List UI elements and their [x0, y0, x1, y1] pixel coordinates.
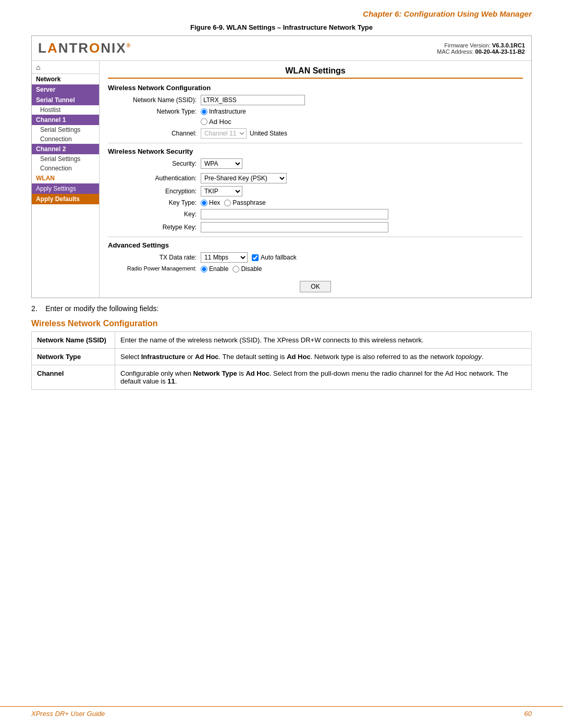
- ui-header: LANTRONIX® Firmware Version: V6.3.0.1RC1…: [32, 36, 531, 61]
- footer-right: 60: [524, 710, 532, 718]
- radio-infrastructure-input[interactable]: [201, 108, 207, 115]
- retype-key-input[interactable]: [201, 222, 388, 232]
- sidebar-item-network[interactable]: Network: [32, 74, 99, 84]
- radiopwr-row: Radio Power Management: Enable Disable: [108, 265, 523, 273]
- sidebar-item-channel2[interactable]: Channel 2: [32, 144, 99, 154]
- auth-label: Authentication:: [108, 175, 197, 182]
- firmware-version-label: Firmware Version:: [444, 42, 491, 48]
- mac-address-value: 00-20-4A-23-11-B2: [475, 48, 525, 55]
- desc-network-type: Select Infrastructure or Ad Hoc. The def…: [115, 349, 532, 365]
- network-type-label: Network Type:: [108, 108, 197, 115]
- key-label: Key:: [108, 211, 197, 218]
- home-icon[interactable]: ⌂: [32, 61, 99, 74]
- footer-left: XPress DR+ User Guide: [31, 710, 105, 718]
- auth-row: Authentication: Pre-Shared Key (PSK): [108, 173, 523, 183]
- security-label: Security:: [108, 160, 197, 167]
- radio-infrastructure-label: Infrastructure: [209, 108, 246, 115]
- chapter-title: Chapter 6: Configuration Using Web Manag…: [0, 0, 563, 23]
- radio-enable-input[interactable]: [201, 266, 207, 273]
- security-row: Security: WPA: [108, 158, 523, 169]
- txdata-row: TX Data rate: 11 Mbps Auto fallback: [108, 252, 523, 263]
- sidebar-item-channel1[interactable]: Channel 1: [32, 115, 99, 125]
- enc-row: Encryption: TKIP: [108, 186, 523, 196]
- desc-ssid: Enter the name of the wireless network (…: [115, 332, 532, 349]
- page-title: WLAN Settings: [108, 66, 523, 79]
- table-row: Network Name (SSID) Enter the name of th…: [32, 332, 532, 349]
- txdata-label: TX Data rate:: [108, 254, 197, 261]
- firmware-version-value: V6.3.0.1RC1: [492, 42, 525, 48]
- sidebar-item-connection-2[interactable]: Connection: [32, 164, 99, 173]
- txdata-select[interactable]: 11 Mbps: [201, 252, 248, 263]
- table-row: Network Type Select Infrastructure or Ad…: [32, 349, 532, 365]
- radio-hex-input[interactable]: [201, 200, 207, 206]
- radio-adhoc-input[interactable]: [201, 118, 207, 125]
- radiopwr-radio-group: Enable Disable: [201, 265, 262, 273]
- sidebar-item-serial-settings-2[interactable]: Serial Settings: [32, 154, 99, 164]
- ok-button[interactable]: OK: [300, 281, 331, 292]
- sidebar-item-connection-1[interactable]: Connection: [32, 134, 99, 144]
- sidebar-item-apply-settings[interactable]: Apply Settings: [32, 183, 99, 194]
- ok-row: OK: [108, 281, 523, 292]
- wireless-config-header: Wireless Network Configuration: [108, 84, 523, 92]
- step2-text: 2. Enter or modify the following fields:: [0, 298, 563, 317]
- enc-select[interactable]: TKIP: [201, 186, 242, 196]
- divider-1: [108, 143, 523, 143]
- content-area: WLAN Settings Wireless Network Configura…: [100, 61, 531, 298]
- ui-body: ⌂ Network Server Serial Tunnel Hostlist …: [32, 61, 531, 298]
- radio-disable[interactable]: Disable: [232, 265, 262, 273]
- sidebar-item-server[interactable]: Server: [32, 84, 99, 95]
- desc-table: Network Name (SSID) Enter the name of th…: [31, 331, 532, 390]
- adhoc-row: Ad Hoc: [201, 118, 523, 126]
- wlan-config-section-title: Wireless Network Configuration: [0, 317, 563, 331]
- radio-disable-label: Disable: [241, 265, 262, 273]
- enc-label: Encryption:: [108, 188, 197, 195]
- radio-enable-label: Enable: [209, 265, 228, 273]
- field-ssid: Network Name (SSID): [32, 332, 115, 349]
- autofallback-text: Auto fallback: [261, 254, 297, 261]
- network-type-radio-group: Infrastructure: [201, 108, 246, 115]
- radio-enable[interactable]: Enable: [201, 265, 228, 273]
- desc-channel: Configurable only when Network Type is A…: [115, 365, 532, 390]
- sidebar-item-serial-tunnel[interactable]: Serial Tunnel: [32, 95, 99, 105]
- radio-passphrase-input[interactable]: [224, 200, 231, 206]
- autofallback-label[interactable]: Auto fallback: [252, 254, 297, 261]
- security-select[interactable]: WPA: [201, 158, 242, 169]
- sidebar-item-wlan[interactable]: WLAN: [32, 173, 99, 183]
- radio-infrastructure[interactable]: Infrastructure: [201, 108, 246, 115]
- lantronix-logo: LANTRONIX®: [38, 40, 131, 56]
- ssid-input[interactable]: [201, 95, 305, 105]
- retype-key-label: Retype Key:: [108, 224, 197, 231]
- sidebar-item-apply-defaults[interactable]: Apply Defaults: [32, 194, 99, 204]
- keytype-radio-group: Hex Passphrase: [201, 199, 266, 206]
- channel-select[interactable]: Channel 11: [201, 128, 247, 139]
- ssid-label: Network Name (SSID):: [108, 96, 197, 104]
- radiopwr-label: Radio Power Management:: [108, 265, 197, 272]
- auth-select[interactable]: Pre-Shared Key (PSK): [201, 173, 287, 183]
- radio-hex-label: Hex: [209, 199, 220, 206]
- advanced-header: Advanced Settings: [108, 241, 523, 249]
- field-network-type: Network Type: [32, 349, 115, 365]
- sidebar-item-serial-settings-1[interactable]: Serial Settings: [32, 125, 99, 134]
- radio-adhoc[interactable]: Ad Hoc: [201, 118, 523, 126]
- figure-caption: Figure 6-9. WLAN Settings – Infrastructu…: [0, 23, 563, 31]
- radio-adhoc-label: Ad Hoc: [209, 118, 231, 126]
- divider-2: [108, 237, 523, 237]
- radio-hex[interactable]: Hex: [201, 199, 220, 206]
- retype-key-row: Retype Key:: [108, 222, 523, 232]
- key-row: Key:: [108, 209, 523, 219]
- security-header: Wireless Network Security: [108, 147, 523, 155]
- autofallback-checkbox[interactable]: [252, 254, 259, 261]
- page-footer: XPress DR+ User Guide 60: [0, 706, 563, 718]
- sidebar: ⌂ Network Server Serial Tunnel Hostlist …: [32, 61, 100, 298]
- keytype-row: Key Type: Hex Passphrase: [108, 199, 523, 206]
- channel-row: Channel: Channel 11 United States: [108, 128, 523, 139]
- sidebar-item-hostlist[interactable]: Hostlist: [32, 105, 99, 115]
- field-channel: Channel: [32, 365, 115, 390]
- radio-disable-input[interactable]: [232, 266, 239, 273]
- mac-address-label: MAC Address:: [437, 48, 473, 55]
- ssid-row: Network Name (SSID):: [108, 95, 523, 105]
- keytype-label: Key Type:: [108, 199, 197, 206]
- radio-passphrase-label: Passphrase: [232, 199, 265, 206]
- radio-passphrase[interactable]: Passphrase: [224, 199, 265, 206]
- key-input[interactable]: [201, 209, 388, 219]
